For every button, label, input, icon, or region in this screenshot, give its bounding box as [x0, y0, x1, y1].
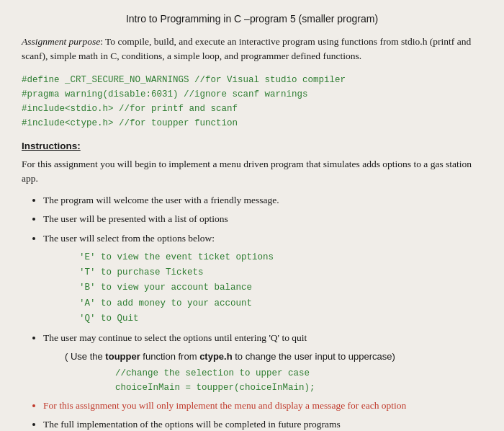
code-statement: choiceInMain = toupper(choiceInMain);: [115, 383, 482, 393]
continue-list: The user may continue to select the opti…: [22, 331, 482, 345]
continue-bullet: The user may continue to select the opti…: [43, 331, 482, 345]
toupper-bold: toupper: [105, 351, 140, 362]
instructions-heading: Instructions:: [22, 141, 482, 151]
bullet-1: The program will welcome the user with a…: [43, 193, 482, 208]
assignment-purpose-label: Assignment purpose: [22, 36, 100, 47]
bullet-2: The user will be presented with a list o…: [43, 212, 482, 226]
instructions-intro: For this assignment you will begin to im…: [22, 157, 482, 187]
future-bullet: The full implementation of the options w…: [43, 417, 482, 431]
code-block: #define _CRT_SECURE_NO_WARNINGS //for Vi…: [22, 73, 482, 130]
option-t: 'T' to purchase Tickets: [79, 265, 482, 280]
ctype-bold: ctype.h: [199, 351, 233, 362]
bullet-3: The user will select from the options be…: [43, 231, 482, 246]
page-title: Intro to Programming in C –program 5 (sm…: [22, 13, 482, 25]
final-list: For this assignment you will only implem…: [22, 399, 482, 431]
red-bullet: For this assignment you will only implem…: [43, 399, 482, 413]
assignment-purpose-paragraph: Assignment purpose: To compile, build, a…: [22, 35, 482, 64]
code-line-2: #pragma warning(disable:6031) //ignore s…: [22, 87, 482, 102]
note-line-rest: to change the user input to uppercase): [233, 351, 395, 362]
code-comment: //change the selection to upper case: [115, 368, 482, 378]
code-line-4: #include<ctype.h> //for toupper function: [22, 116, 482, 130]
main-bullet-list: The program will welcome the user with a…: [22, 193, 482, 246]
note-line: ( Use the toupper function from ctype.h …: [65, 350, 482, 364]
option-a: 'A' to add money to your account: [79, 296, 482, 311]
code-line-3: #include<stdio.h> //for printf and scanf: [22, 102, 482, 116]
option-q: 'Q' to Quit: [79, 311, 482, 326]
option-b: 'B' to view your account balance: [79, 280, 482, 296]
code-line-1: #define _CRT_SECURE_NO_WARNINGS //for Vi…: [22, 73, 482, 87]
option-e: 'E' to view the event ticket options: [79, 250, 482, 265]
options-block: 'E' to view the event ticket options 'T'…: [79, 250, 482, 326]
